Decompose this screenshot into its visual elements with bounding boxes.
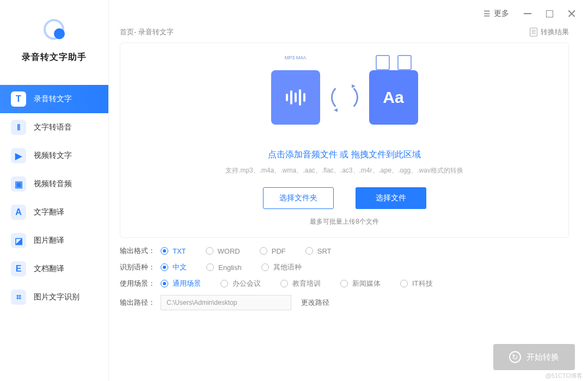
text-box-icon: Aa <box>369 70 418 125</box>
image-translate-icon: ◪ <box>11 233 26 248</box>
nav: T录音转文字 ⦀文字转语音 ▶视频转文字 ▣视频转音频 A文字翻译 ◪图片翻译 … <box>0 85 108 311</box>
start-convert-button[interactable]: 开始转换 <box>493 344 575 370</box>
button-row: 选择文件夹 选择文件 <box>131 187 558 209</box>
change-path-link[interactable]: 更改路径 <box>301 298 329 308</box>
menu-icon <box>483 9 491 18</box>
app-logo <box>41 16 68 44</box>
format-txt[interactable]: TXT <box>161 247 186 255</box>
lang-en[interactable]: English <box>206 263 242 272</box>
doc-icon: E <box>11 261 26 276</box>
more-label: 更多 <box>494 9 509 19</box>
nav-text-to-speech[interactable]: ⦀文字转语音 <box>0 113 108 142</box>
drop-hint: 支持.mp3、.m4a、.wma、.aac、.flac、.ac3、.m4r、.a… <box>131 166 558 175</box>
scene-news[interactable]: 新闻媒体 <box>340 279 381 288</box>
logo-area: 录音转文字助手 <box>0 0 108 74</box>
options: 输出格式： TXT WORD PDF SRT 识别语种： 中文 English … <box>109 246 588 317</box>
wave-icon: ⦀ <box>11 120 26 135</box>
main: 更多 首页- 录音转文字 转换结果 Aa 点击添加音频文件 或 拖拽文件到此区域… <box>109 0 588 381</box>
app-name: 录音转文字助手 <box>0 52 108 63</box>
minimize-button[interactable] <box>522 8 533 19</box>
path-row: 输出路径： 更改路径 <box>120 295 569 310</box>
lang-label: 识别语种： <box>120 262 161 272</box>
sidebar: 录音转文字助手 T录音转文字 ⦀文字转语音 ▶视频转文字 ▣视频转音频 A文字翻… <box>0 0 109 381</box>
audio-box-icon <box>271 70 320 125</box>
scene-it[interactable]: IT科技 <box>400 279 433 288</box>
lang-row: 识别语种： 中文 English 其他语种 <box>120 262 569 272</box>
convert-icon: ▣ <box>11 176 26 192</box>
watermark: @51CTO博客 <box>546 372 583 380</box>
maximize-button[interactable] <box>546 10 553 17</box>
start-label: 开始转换 <box>526 352 559 362</box>
nav-video-to-audio[interactable]: ▣视频转音频 <box>0 170 108 198</box>
play-icon: ▶ <box>11 148 26 163</box>
text-icon: T <box>11 91 26 107</box>
choose-folder-button[interactable]: 选择文件夹 <box>263 187 334 209</box>
nav-text-translate[interactable]: A文字翻译 <box>0 198 108 226</box>
lang-other[interactable]: 其他语种 <box>261 262 302 272</box>
nav-label: 文档翻译 <box>34 264 64 274</box>
illustration: Aa <box>131 57 558 138</box>
result-link[interactable]: 转换结果 <box>530 27 569 37</box>
nav-label: 录音转文字 <box>34 94 72 104</box>
nav-label: 图片文字识别 <box>34 292 79 302</box>
nav-label: 视频转音频 <box>34 179 72 189</box>
nav-ocr[interactable]: ⌗图片文字识别 <box>0 283 108 311</box>
scene-general[interactable]: 通用场景 <box>161 279 201 288</box>
nav-video-to-text[interactable]: ▶视频转文字 <box>0 142 108 170</box>
format-word[interactable]: WORD <box>206 247 240 255</box>
drop-panel[interactable]: Aa 点击添加音频文件 或 拖拽文件到此区域 支持.mp3、.m4a、.wma、… <box>120 42 569 238</box>
scene-label: 使用场景： <box>120 279 161 288</box>
scene-office[interactable]: 办公会议 <box>220 279 261 288</box>
more-menu[interactable]: 更多 <box>483 9 509 19</box>
scene-row: 使用场景： 通用场景 办公会议 教育培训 新闻媒体 IT科技 <box>120 279 569 288</box>
format-srt[interactable]: SRT <box>305 247 332 255</box>
result-label: 转换结果 <box>541 27 569 37</box>
titlebar: 更多 <box>109 0 588 27</box>
nav-label: 视频转文字 <box>34 151 72 161</box>
format-label: 输出格式： <box>120 246 161 256</box>
lang-zh[interactable]: 中文 <box>161 262 187 272</box>
drop-title: 点击添加音频文件 或 拖拽文件到此区域 <box>131 149 558 161</box>
close-button[interactable] <box>566 8 577 19</box>
nav-label: 文字翻译 <box>34 207 64 217</box>
nav-image-translate[interactable]: ◪图片翻译 <box>0 226 108 255</box>
output-path-input[interactable] <box>161 295 291 310</box>
scene-education[interactable]: 教育培训 <box>280 279 321 288</box>
translate-icon: A <box>11 205 26 220</box>
scan-icon: ⌗ <box>11 290 26 305</box>
format-pdf[interactable]: PDF <box>260 247 286 255</box>
breadcrumb-row: 首页- 录音转文字 转换结果 <box>109 27 588 42</box>
path-label: 输出路径： <box>120 298 161 308</box>
refresh-icon <box>509 351 521 363</box>
breadcrumb: 首页- 录音转文字 <box>120 27 174 37</box>
nav-label: 图片翻译 <box>34 236 64 245</box>
drop-note: 最多可批量上传8个文件 <box>131 217 558 226</box>
format-row: 输出格式： TXT WORD PDF SRT <box>120 246 569 256</box>
cycle-icon <box>331 84 358 111</box>
nav-audio-to-text[interactable]: T录音转文字 <box>0 85 108 113</box>
nav-label: 文字转语音 <box>34 122 72 132</box>
nav-doc-translate[interactable]: E文档翻译 <box>0 255 108 283</box>
choose-file-button[interactable]: 选择文件 <box>356 187 426 209</box>
document-icon <box>530 28 537 36</box>
